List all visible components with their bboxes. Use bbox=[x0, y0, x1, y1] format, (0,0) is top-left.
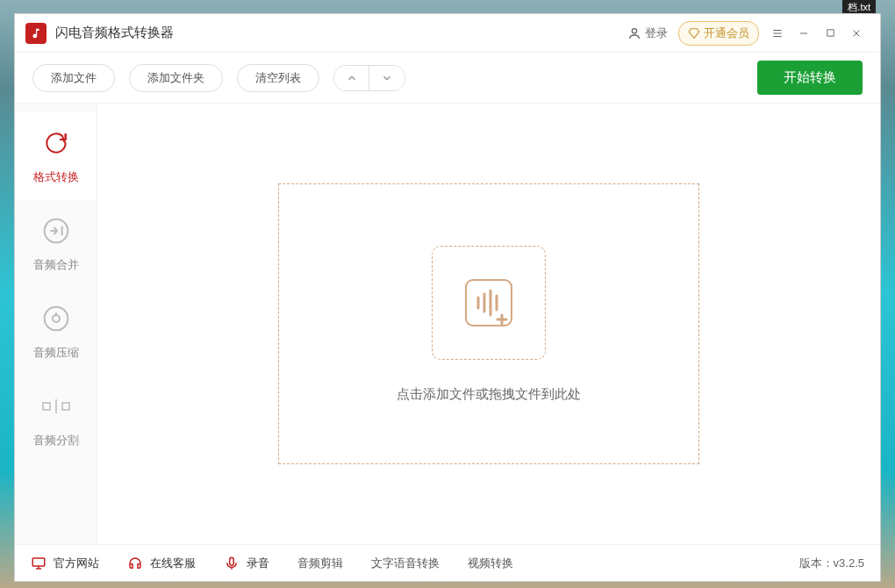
close-icon bbox=[851, 28, 862, 39]
footer-link-label: 录音 bbox=[247, 556, 269, 571]
add-folder-button[interactable]: 添加文件夹 bbox=[129, 64, 223, 92]
close-button[interactable] bbox=[843, 20, 870, 47]
minimize-icon bbox=[798, 28, 809, 39]
chevron-up-icon bbox=[346, 72, 358, 84]
split-icon bbox=[40, 391, 72, 422]
footer-tts[interactable]: 文字语音转换 bbox=[371, 556, 440, 571]
add-file-button[interactable]: 添加文件 bbox=[32, 64, 115, 92]
monitor-icon bbox=[31, 556, 47, 571]
start-convert-button[interactable]: 开始转换 bbox=[757, 61, 863, 95]
footer-audio-cut[interactable]: 音频剪辑 bbox=[297, 556, 343, 571]
app-logo-icon bbox=[25, 23, 47, 44]
mic-icon bbox=[224, 556, 240, 571]
login-button[interactable]: 登录 bbox=[622, 22, 673, 45]
move-up-button[interactable] bbox=[334, 66, 369, 90]
sidebar: 格式转换 音频合并 音频压缩 音频分割 bbox=[15, 104, 97, 544]
svg-rect-5 bbox=[62, 403, 69, 410]
sidebar-item-label: 格式转换 bbox=[33, 169, 79, 185]
footer-link-label: 视频转换 bbox=[468, 556, 513, 571]
footer-link-label: 文字语音转换 bbox=[371, 556, 440, 571]
footer-support[interactable]: 在线客服 bbox=[127, 556, 196, 571]
sidebar-item-format-convert[interactable]: 格式转换 bbox=[15, 112, 97, 200]
sidebar-item-label: 音频合并 bbox=[33, 257, 79, 273]
login-label: 登录 bbox=[645, 25, 668, 41]
menu-button[interactable] bbox=[764, 20, 791, 47]
sidebar-item-audio-split[interactable]: 音频分割 bbox=[15, 376, 97, 463]
minimize-button[interactable] bbox=[791, 20, 817, 47]
svg-rect-14 bbox=[32, 558, 45, 566]
refresh-icon bbox=[40, 127, 72, 159]
vip-button[interactable]: 开通会员 bbox=[678, 21, 759, 46]
main-area: 点击添加文件或拖拽文件到此处 bbox=[97, 104, 880, 544]
dropzone[interactable]: 点击添加文件或拖拽文件到此处 bbox=[278, 183, 699, 464]
footer: 官方网站 在线客服 录音 音频剪辑 文字语音转换 视频转换 版本：v3.2.5 bbox=[15, 544, 880, 581]
merge-icon bbox=[40, 215, 72, 247]
app-window: 闪电音频格式转换器 登录 开通会员 bbox=[14, 13, 881, 582]
reorder-group bbox=[333, 65, 405, 91]
footer-record[interactable]: 录音 bbox=[224, 556, 269, 571]
footer-link-label: 官方网站 bbox=[54, 556, 99, 571]
toolbar: 添加文件 添加文件夹 清空列表 开始转换 bbox=[15, 53, 880, 104]
headset-icon bbox=[127, 556, 143, 571]
footer-video-convert[interactable]: 视频转换 bbox=[468, 556, 513, 571]
move-down-button[interactable] bbox=[369, 66, 405, 90]
maximize-button[interactable] bbox=[817, 20, 843, 47]
svg-rect-4 bbox=[43, 403, 50, 410]
menu-icon bbox=[771, 27, 784, 39]
sidebar-item-audio-compress[interactable]: 音频压缩 bbox=[15, 288, 97, 376]
dropzone-hint: 点击添加文件或拖拽文件到此处 bbox=[397, 386, 581, 403]
dropzone-icon-box bbox=[432, 246, 546, 360]
clear-list-button[interactable]: 清空列表 bbox=[237, 64, 319, 92]
maximize-icon bbox=[826, 28, 835, 38]
chevron-down-icon bbox=[381, 72, 393, 84]
svg-rect-0 bbox=[827, 30, 833, 36]
compress-icon bbox=[40, 303, 72, 334]
footer-link-label: 在线客服 bbox=[150, 556, 196, 571]
sidebar-item-audio-merge[interactable]: 音频合并 bbox=[15, 200, 97, 288]
svg-point-2 bbox=[44, 307, 68, 331]
sidebar-item-label: 音频压缩 bbox=[33, 345, 79, 361]
diamond-icon bbox=[688, 27, 700, 39]
vip-label: 开通会员 bbox=[704, 25, 749, 41]
app-title: 闪电音频格式转换器 bbox=[55, 25, 622, 41]
svg-rect-15 bbox=[230, 557, 234, 565]
footer-link-label: 音频剪辑 bbox=[297, 556, 343, 571]
version-text: 版本：v3.2.5 bbox=[799, 556, 864, 571]
audio-add-icon bbox=[461, 275, 517, 331]
titlebar: 闪电音频格式转换器 登录 开通会员 bbox=[15, 14, 880, 53]
svg-point-3 bbox=[53, 315, 60, 322]
footer-official-site[interactable]: 官方网站 bbox=[31, 556, 99, 571]
user-icon bbox=[627, 26, 641, 40]
sidebar-item-label: 音频分割 bbox=[33, 433, 79, 448]
